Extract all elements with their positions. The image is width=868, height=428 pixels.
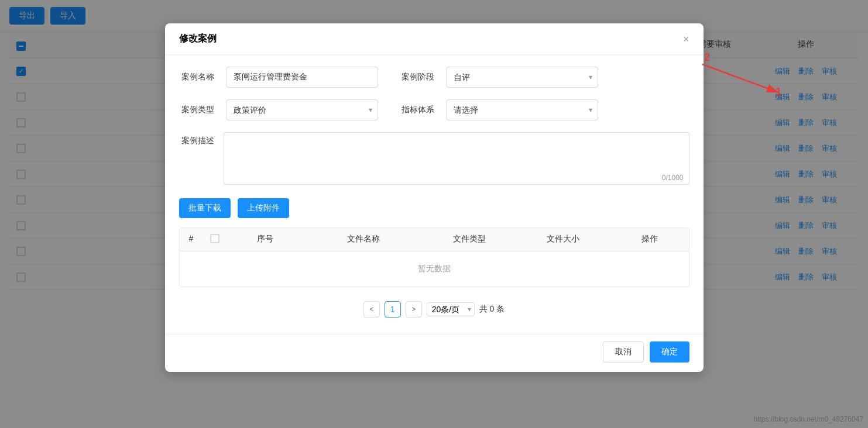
case-name-input[interactable]	[226, 67, 378, 88]
case-name-label: 案例名称	[179, 72, 214, 82]
case-desc-label: 案例描述	[179, 132, 214, 146]
action-buttons-row: 批量下载 上传附件	[179, 198, 689, 218]
form-row-1: 案例名称 案例阶段 自评 ▾	[179, 67, 689, 88]
case-stage-label: 案例阶段	[402, 72, 434, 82]
current-page: 1	[385, 301, 401, 317]
index-system-select[interactable]: 请选择	[446, 99, 598, 120]
dialog-footer: 取消 确定	[165, 334, 704, 372]
upload-attachment-button[interactable]: 上传附件	[238, 198, 289, 218]
prev-page-button[interactable]: <	[363, 301, 380, 317]
case-type-select[interactable]: 政策评价	[226, 99, 378, 120]
attachment-select-all[interactable]	[210, 234, 219, 243]
attachment-table: # 序号 文件名称 文件类型 文件大小 操作 暂无数据	[179, 227, 689, 287]
modal-overlay: 修改案例 × 案例名称 案例阶段 自评 ▾ 案例类型	[0, 0, 868, 428]
form-row-3: 案例描述 0/1000	[179, 132, 689, 187]
col-filename: 文件名称	[304, 228, 422, 251]
edit-dialog: 修改案例 × 案例名称 案例阶段 自评 ▾ 案例类型	[165, 23, 704, 372]
empty-text: 暂无数据	[418, 264, 451, 274]
page-total: 共 0 条	[479, 304, 505, 315]
index-system-select-wrapper: 请选择 ▾	[446, 99, 598, 120]
case-type-select-wrapper: 政策评价 ▾	[226, 99, 378, 120]
attachment-table-body: 暂无数据	[180, 251, 689, 287]
textarea-count: 0/1000	[662, 174, 684, 182]
col-filesize: 文件大小	[516, 228, 610, 251]
cancel-button[interactable]: 取消	[603, 341, 644, 363]
dialog-title: 修改案例	[179, 33, 217, 45]
col-filetype: 文件类型	[422, 228, 516, 251]
form-row-2: 案例类型 政策评价 ▾ 指标体系 请选择 ▾	[179, 99, 689, 120]
case-stage-select-wrapper: 自评 ▾	[446, 67, 598, 88]
col-hash: #	[180, 228, 203, 251]
close-icon[interactable]: ×	[683, 34, 689, 44]
dialog-header: 修改案例 ×	[165, 23, 704, 55]
page-size-wrapper: 20条/页 ▾	[427, 302, 475, 316]
dialog-body: 案例名称 案例阶段 自评 ▾ 案例类型 政策评价 ▾	[165, 55, 704, 334]
case-desc-textarea[interactable]	[224, 132, 689, 185]
col-action: 操作	[610, 228, 689, 251]
case-type-label: 案例类型	[179, 105, 214, 115]
watermark: https://blog.csdn.net/m0_48276047	[754, 415, 863, 423]
case-stage-select[interactable]: 自评	[446, 67, 598, 88]
next-page-button[interactable]: >	[406, 301, 422, 317]
pagination: < 1 > 20条/页 ▾ 共 0 条	[179, 296, 689, 322]
confirm-button[interactable]: 确定	[650, 341, 689, 363]
index-system-label: 指标体系	[402, 105, 434, 115]
col-seq: 序号	[227, 228, 305, 251]
batch-download-button[interactable]: 批量下载	[179, 198, 231, 218]
col-check	[203, 228, 227, 251]
page-size-select[interactable]: 20条/页	[427, 302, 475, 316]
attachment-table-header: # 序号 文件名称 文件类型 文件大小 操作	[180, 228, 689, 251]
case-desc-field: 0/1000	[224, 132, 689, 187]
